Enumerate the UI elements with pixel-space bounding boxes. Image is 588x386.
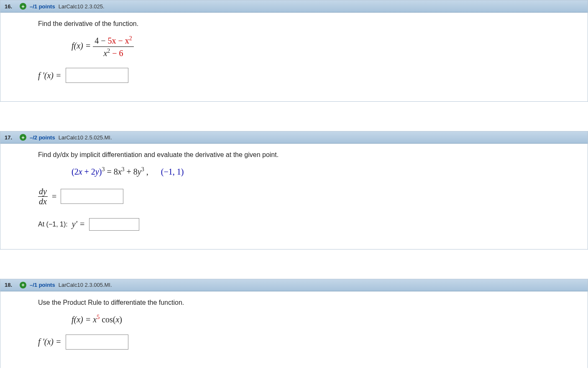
question-number: 16. [5, 3, 16, 10]
den-x: x [103, 48, 107, 57]
dy-label: dy [38, 187, 48, 197]
question-number: 17. [5, 134, 16, 141]
num-pre: 4 − [95, 36, 107, 45]
function-expression: f(x) = x5 cos(x) [72, 314, 575, 324]
reference-label: LarCalc10 2.3.005.MI. [59, 282, 112, 288]
eq-comma: , [144, 167, 148, 176]
expand-icon[interactable]: + [20, 3, 26, 10]
dx-label: dx [38, 197, 48, 206]
eq-x-sup: 3 [122, 166, 125, 172]
question-header: 16. + –/1 points LarCalc10 2.3.025. [0, 0, 588, 13]
answer-input[interactable] [66, 68, 128, 83]
eq-eq: = 8 [107, 167, 118, 176]
expand-icon[interactable]: + [20, 134, 26, 141]
points-label[interactable]: –/1 points [30, 282, 55, 288]
eq-x: x [118, 167, 122, 176]
answer-row: f '(x) = [38, 335, 575, 350]
numerator: 4 − 5x − x2 [93, 35, 134, 47]
at-label-pre: At (−1, 1): [38, 221, 68, 228]
denominator: x2 − 6 [93, 47, 134, 58]
question-body: Find dy/dx by implicit differentiation a… [0, 144, 588, 249]
question-17: 17. + –/2 points LarCalc10 2.5.025.MI. F… [0, 131, 588, 250]
function-expression: f(x) = 4 − 5x − x2 x2 − 6 [72, 35, 575, 58]
fx-lhs: f(x) = [72, 315, 93, 324]
prompt-text: Use the Product Rule to differentiate th… [38, 299, 575, 306]
fraction: 4 − 5x − x2 x2 − 6 [93, 35, 134, 58]
eq-y-sup: 3 [141, 166, 144, 172]
num-red: 5x − x [108, 36, 129, 45]
question-18: 18. + –/1 points LarCalc10 2.3.005.MI. U… [0, 279, 588, 368]
reference-label: LarCalc10 2.5.025.MI. [59, 134, 112, 141]
eq-y: y [138, 167, 141, 176]
question-body: Use the Product Rule to differentiate th… [0, 291, 588, 368]
prompt-text: Find dy/dx by implicit differentiation a… [38, 151, 575, 159]
num-sup: 2 [129, 35, 132, 41]
question-header: 18. + –/1 points LarCalc10 2.3.005.MI. [0, 279, 588, 291]
eq-lhs-sup: 3 [102, 166, 105, 172]
eq-point: (−1, 1) [161, 167, 184, 176]
question-16: 16. + –/1 points LarCalc10 2.3.025. Find… [0, 0, 588, 102]
den-post: − 6 [110, 48, 123, 57]
equation-expression: (2x + 2y)3 = 8x3 + 8y3 , (−1, 1) [72, 166, 575, 177]
reference-label: LarCalc10 2.3.025. [59, 3, 105, 10]
equals-sign: = [52, 192, 56, 201]
prompt-text: Find the derivative of the function. [38, 20, 575, 28]
answer-input[interactable] [66, 335, 128, 350]
answer-row: f '(x) = [38, 68, 575, 83]
dy-dx-row: dy dx = [38, 187, 575, 206]
fx-lhs: f(x) = [72, 41, 93, 50]
fx-x: x [93, 315, 97, 324]
at-label-y: y' = [72, 219, 85, 229]
at-point-input[interactable] [89, 218, 139, 231]
eq-plus: + 8 [125, 167, 138, 176]
at-point-row: At (−1, 1): y' = [38, 218, 575, 231]
question-number: 18. [5, 282, 16, 288]
points-label[interactable]: –/2 points [30, 134, 55, 141]
eq-lhs: (2x + 2y)3 [72, 167, 105, 176]
expand-icon[interactable]: + [20, 282, 26, 288]
question-header: 17. + –/2 points LarCalc10 2.5.025.MI. [0, 131, 588, 144]
answer-label: f '(x) = [38, 71, 61, 80]
answer-label: f '(x) = [38, 337, 61, 347]
points-label[interactable]: –/1 points [30, 3, 55, 10]
question-body: Find the derivative of the function. f(x… [0, 13, 588, 101]
dy-dx-fraction: dy dx [38, 187, 48, 206]
dy-dx-input[interactable] [61, 189, 123, 204]
fx-cos: cos(x) [100, 315, 122, 324]
